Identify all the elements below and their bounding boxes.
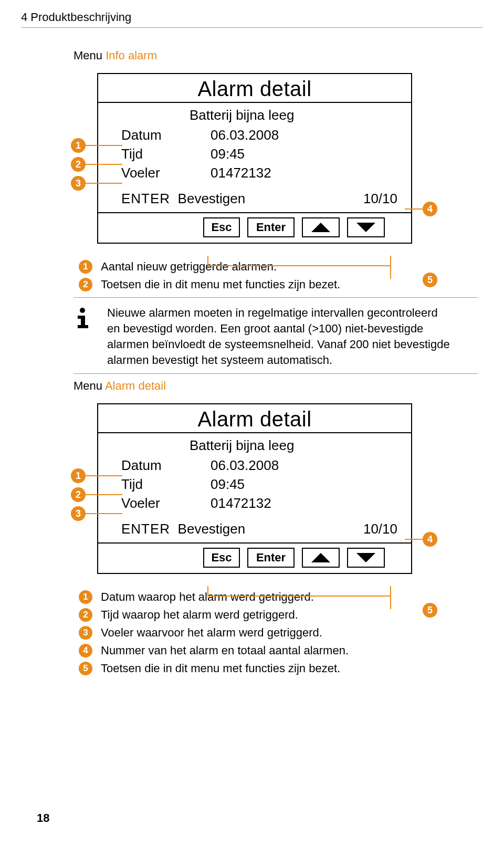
divider <box>74 373 478 374</box>
callout-lead <box>390 597 391 609</box>
value: 01472132 <box>211 163 401 182</box>
value: 06.03.2008 <box>211 456 401 475</box>
label: Tijd <box>121 144 211 163</box>
chapter-heading: 4 Produktbeschrijving <box>21 11 483 24</box>
row-voeler: Voeler 01472132 <box>121 163 401 182</box>
value: 06.03.2008 <box>211 126 401 144</box>
legend-text: Toetsen die in dit menu met functies zij… <box>101 660 340 677</box>
info-text: Nieuwe alarmen moeten in regelmatige int… <box>107 305 454 368</box>
button-row: Esc Enter <box>98 213 411 243</box>
screen-title: Alarm detail <box>98 74 411 102</box>
svg-rect-2 <box>81 316 85 325</box>
callout-bracket <box>207 586 391 597</box>
enter-button[interactable]: Enter <box>247 217 295 237</box>
legend-text: Toetsen die in dit menu met functies zij… <box>101 276 340 293</box>
down-button[interactable] <box>347 217 385 237</box>
label: Datum <box>121 456 211 475</box>
section-menu-info-alarm: Menu Info alarm <box>74 49 483 62</box>
legend-text: Nummer van het alarm en totaal aantal al… <box>101 642 349 659</box>
screen-alarm-detail-1: 1 2 3 4 5 Alarm detail Batterij bijna le… <box>76 73 412 244</box>
row-tijd: Tijd 09:45 <box>121 475 401 494</box>
svg-rect-3 <box>78 325 88 328</box>
callout-bracket <box>207 256 391 266</box>
legend-item: 5 Toetsen die in dit menu met functies z… <box>79 660 483 677</box>
divider <box>21 27 483 28</box>
legend-badge: 1 <box>79 590 92 604</box>
callout-3: 3 <box>71 506 86 521</box>
triangle-down-icon <box>356 553 375 562</box>
svg-point-0 <box>80 308 85 313</box>
enter-hint-row: ENTER Bevestigen 10/10 <box>98 516 411 542</box>
legend-item: 4 Nummer van het alarm en totaal aantal … <box>79 642 483 659</box>
legend-text: Voeler waarvoor het alarm werd getrigger… <box>101 624 322 641</box>
label: Voeler <box>121 494 211 513</box>
callout-3: 3 <box>71 176 86 191</box>
callout-4: 4 <box>423 202 437 216</box>
legend-badge: 4 <box>79 644 92 657</box>
info-icon <box>74 305 94 368</box>
section-menu-alarm-detail: Menu Alarm detail <box>74 379 483 393</box>
triangle-up-icon <box>311 223 330 232</box>
callout-1: 1 <box>71 468 86 483</box>
row-datum: Datum 06.03.2008 <box>121 126 401 144</box>
label: Voeler <box>121 163 211 182</box>
callout-lead <box>86 475 122 476</box>
alarm-subtitle: Batterij bijna leeg <box>190 437 401 454</box>
legend-item: 3 Voeler waarvoor het alarm werd getrigg… <box>79 624 483 641</box>
legend-badge: 2 <box>79 608 92 622</box>
legend-b: 1 Datum waarop het alarm werd getriggerd… <box>79 589 483 677</box>
callout-lead <box>405 539 423 540</box>
alarm-count: 10/10 <box>363 191 401 207</box>
legend-badge: 5 <box>79 662 92 675</box>
value: 01472132 <box>211 494 401 513</box>
esc-button[interactable]: Esc <box>203 217 240 237</box>
callout-lead <box>86 183 122 184</box>
value: 09:45 <box>211 144 401 163</box>
triangle-down-icon <box>356 223 375 232</box>
alarm-count: 10/10 <box>363 521 401 537</box>
enter-button[interactable]: Enter <box>247 548 295 568</box>
enter-hint: Bevestigen <box>178 191 246 206</box>
page-number: 18 <box>37 811 49 825</box>
menu-prefix: Menu <box>74 379 105 392</box>
callout-lead <box>405 208 423 210</box>
label: Datum <box>121 126 211 144</box>
enter-word: ENTER <box>121 521 170 537</box>
callout-lead <box>86 494 122 495</box>
screen-alarm-detail-2: 1 2 3 4 5 Alarm detail Batterij bijna le… <box>76 403 412 574</box>
callout-lead <box>86 145 122 146</box>
callout-lead <box>390 266 391 279</box>
callout-5: 5 <box>423 603 437 618</box>
callout-2: 2 <box>71 487 86 502</box>
label: Tijd <box>121 475 211 494</box>
up-button[interactable] <box>302 548 340 568</box>
row-datum: Datum 06.03.2008 <box>121 456 401 475</box>
enter-word: ENTER <box>121 191 170 206</box>
callout-lead <box>86 164 122 165</box>
callout-5: 5 <box>423 273 437 287</box>
callout-1: 1 <box>71 138 86 153</box>
callout-lead <box>86 513 122 514</box>
legend-text: Tijd waarop het alarm werd getriggerd. <box>101 607 298 623</box>
button-row: Esc Enter <box>98 544 411 573</box>
alarm-subtitle: Batterij bijna leeg <box>190 107 401 123</box>
divider <box>74 297 478 298</box>
enter-hint-row: ENTER Bevestigen 10/10 <box>98 185 411 212</box>
triangle-up-icon <box>311 553 330 562</box>
menu-prefix: Menu <box>74 49 106 62</box>
legend-badge: 3 <box>79 626 92 640</box>
row-tijd: Tijd 09:45 <box>121 144 401 163</box>
menu-name: Alarm detail <box>105 379 166 392</box>
callout-2: 2 <box>71 157 86 172</box>
legend-badge: 2 <box>79 278 92 291</box>
legend-badge: 1 <box>79 260 92 274</box>
esc-button[interactable]: Esc <box>203 548 240 568</box>
screen-title: Alarm detail <box>98 404 411 432</box>
down-button[interactable] <box>347 548 385 568</box>
up-button[interactable] <box>302 217 340 237</box>
value: 09:45 <box>211 475 401 494</box>
callout-4: 4 <box>423 532 437 547</box>
info-block: Nieuwe alarmen moeten in regelmatige int… <box>74 305 483 368</box>
menu-name: Info alarm <box>106 49 157 62</box>
enter-hint: Bevestigen <box>178 521 246 537</box>
